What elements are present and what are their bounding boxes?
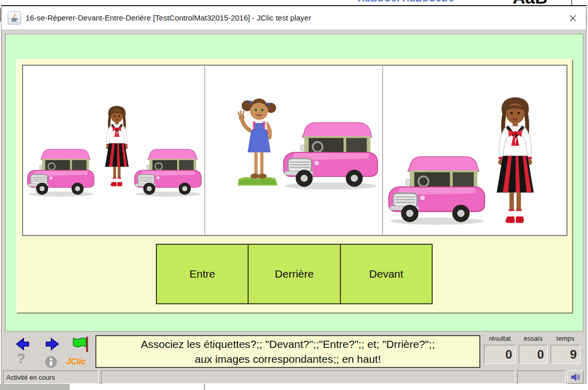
pink-car-image: [281, 119, 379, 191]
pink-car-image: [386, 153, 486, 226]
counter-label-essais: essais: [519, 335, 548, 343]
green-flag-icon: [71, 336, 90, 353]
scene-between[interactable]: [23, 66, 205, 235]
help-button[interactable]: ?: [17, 351, 26, 367]
arrow-right-icon: [45, 337, 60, 351]
message-line2: aux images correspondantes;; en haut!: [96, 352, 479, 366]
background-clipped-text-blue: AaBbCcl AaBbCcDc: [358, 0, 512, 5]
label-devant[interactable]: Devant: [340, 245, 432, 303]
jclic-logo[interactable]: JClic: [66, 357, 86, 366]
counter-value-resultat: 0: [484, 345, 516, 364]
title-bar[interactable]: 16-se-Réperer-Devant-Entre-Derière [Test…: [2, 6, 586, 29]
activity-area: Entre Derrière Devant: [5, 34, 583, 332]
girl-waving-image: [235, 91, 282, 193]
label-grid: Entre Derrière Devant: [156, 244, 433, 304]
girl-image: [489, 95, 542, 228]
message-box: Associez les étiquettes?;; "Devant?";;"E…: [95, 335, 480, 368]
java-coffee-cup-icon: [10, 13, 19, 23]
scene-in-front[interactable]: [382, 66, 566, 235]
background-line-fragment: [204, 384, 205, 390]
counter-value-temps: 9: [551, 345, 580, 364]
sound-toggle-button[interactable]: [567, 371, 583, 384]
status-progress: [101, 371, 515, 384]
info-icon: [45, 356, 57, 368]
close-icon: [569, 14, 577, 22]
label-derriere[interactable]: Derrière: [248, 245, 339, 303]
pink-car-image: [26, 147, 95, 198]
background-taskbar-fragment: [0, 384, 70, 390]
counter-label-temps: temps: [551, 335, 580, 343]
arrow-left-icon: [15, 337, 30, 351]
girl-image: [100, 105, 134, 189]
java-icon[interactable]: [8, 11, 21, 25]
jclic-window: 16-se-Réperer-Devant-Entre-Derière [Test…: [1, 5, 586, 383]
restart-activity-button[interactable]: [71, 336, 90, 355]
status-extra: [517, 371, 565, 384]
next-activity-button[interactable]: [45, 337, 60, 353]
scene-behind[interactable]: [205, 66, 383, 235]
counter-label-resultat: résultat: [484, 335, 516, 343]
info-button[interactable]: [45, 356, 57, 371]
window-title: 16-se-Réperer-Devant-Entre-Derière [Test…: [26, 13, 311, 22]
activity-panel: Entre Derrière Devant: [16, 59, 573, 314]
message-line1: Associez les étiquettes?;; "Devant?";;"E…: [96, 337, 479, 352]
speaker-icon: [570, 373, 581, 382]
label-entre[interactable]: Entre: [157, 245, 248, 303]
counter-value-essais: 0: [519, 345, 548, 364]
status-activity: Activité en cours: [3, 371, 98, 384]
pink-car-image: [133, 147, 202, 198]
close-button[interactable]: [567, 13, 578, 23]
image-grid: [22, 65, 567, 236]
